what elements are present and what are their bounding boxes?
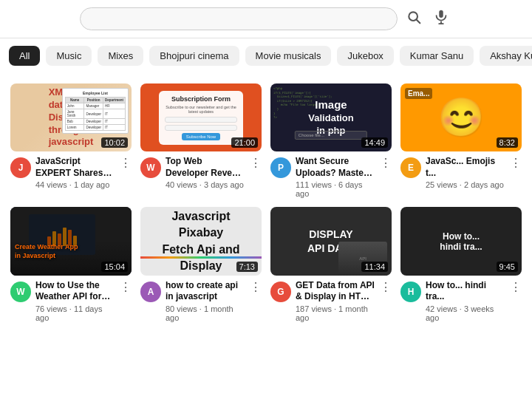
- header: [0, 0, 532, 38]
- api-fetch-line: [140, 256, 262, 259]
- emoji-label: Ema...: [405, 88, 432, 99]
- duration-badge-v1: 10:02: [101, 137, 128, 148]
- video-meta-v5: How to Use the Weather API for Beginners…: [35, 280, 115, 322]
- video-avatar-v8: H: [400, 282, 421, 302]
- thumbnail-v1: XMLdataDisplaythroughjavascript Employee…: [10, 83, 132, 151]
- video-title-v1: JavaScript EXPERT Shares Top XML Data Di…: [35, 156, 115, 179]
- category-pill-bhojpuri[interactable]: Bhojpuri cinema: [149, 46, 239, 66]
- video-meta-v2: Top Web Developer Reveals Best Subscript…: [166, 156, 245, 189]
- more-options-button-v5[interactable]: ⋮: [120, 282, 132, 293]
- video-card-v7[interactable]: DisplayAPI Data API 11:34GGET Data from …: [266, 202, 396, 326]
- duration-badge-v5: 15:04: [101, 262, 128, 272]
- video-info-v8: HHow to... hindi tra...42 views · 3 week…: [400, 280, 522, 322]
- video-card-v8[interactable]: How to...hindi tra...9:45HHow to... hind…: [396, 202, 526, 326]
- video-meta-v3: Want Secure Uploads? Master PHP Image an…: [296, 156, 375, 198]
- xml-table: Employee List NamePositionDepartment Joh…: [62, 88, 129, 134]
- video-grid: XMLdataDisplaythroughjavascript Employee…: [0, 73, 532, 332]
- video-info-v4: EJavaSc... Emojis t...25 views · 2 days …: [400, 156, 522, 189]
- more-options-button-v8[interactable]: ⋮: [510, 282, 522, 293]
- video-card-v6[interactable]: Javascript PixabayFetch Api and Display …: [136, 202, 266, 326]
- duration-badge-v6: 7:13: [236, 262, 258, 272]
- duration-badge-v4: 8:32: [497, 137, 518, 148]
- video-meta-v8: How to... hindi tra...42 views · 3 weeks…: [426, 280, 505, 322]
- video-info-v6: Ahow to create api in javascript80 views…: [140, 280, 262, 322]
- video-stats-v2: 40 views · 3 days ago: [166, 180, 245, 189]
- video-title-v5: How to Use the Weather API for Beginners…: [35, 280, 115, 303]
- video-avatar-v6: A: [140, 282, 161, 302]
- more-options-button-v1[interactable]: ⋮: [120, 157, 132, 169]
- video-stats-v7: 187 views · 1 month ago: [296, 304, 375, 322]
- video-info-v3: PWant Secure Uploads? Master PHP Image a…: [270, 156, 392, 198]
- php-input-mock: Choose file...: [295, 131, 367, 140]
- video-avatar-v3: P: [270, 157, 291, 178]
- more-options-button-v6[interactable]: ⋮: [250, 282, 262, 293]
- video-card-v3[interactable]: <?php if($_FILES['image']){ $size=$_FILE…: [266, 79, 396, 202]
- video-meta-v6: how to create api in javascript80 views …: [166, 280, 245, 322]
- duration-badge-v3: 14:49: [361, 137, 388, 148]
- thumbnail-v7: DisplayAPI Data API 11:34: [270, 207, 392, 275]
- category-bar: AllMusicMixesBhojpuri cinemaMovie musica…: [0, 38, 532, 73]
- video-avatar-v7: G: [270, 282, 291, 302]
- video-info-v7: GGET Data from API & Display in HTML wit…: [270, 280, 392, 322]
- more-options-button-v3[interactable]: ⋮: [380, 157, 392, 169]
- video-meta-v1: JavaScript EXPERT Shares Top XML Data Di…: [35, 156, 115, 189]
- video-title-v4: JavaSc... Emojis t...: [426, 156, 505, 179]
- thumbnail-v6: Javascript PixabayFetch Api and Display …: [140, 207, 262, 275]
- category-pill-movie-musicals[interactable]: Movie musicals: [245, 46, 332, 66]
- category-pill-kumar-sanu[interactable]: Kumar Sanu: [400, 46, 474, 66]
- thumbnail-v4: 😊 Ema...8:32: [400, 83, 522, 151]
- search-input[interactable]: [91, 13, 386, 25]
- duration-badge-v8: 9:45: [497, 262, 518, 272]
- video-stats-v1: 44 views · 1 day ago: [35, 180, 115, 189]
- video-stats-v6: 80 views · 1 month ago: [166, 304, 245, 322]
- video-title-v2: Top Web Developer Reveals Best Subscript…: [166, 156, 245, 179]
- thumbnail-v8: How to...hindi tra...9:45: [400, 207, 522, 275]
- weather-text: Create Weather Appin Javascript: [15, 243, 78, 260]
- video-title-v8: How to... hindi tra...: [426, 280, 505, 303]
- more-options-button-v7[interactable]: ⋮: [380, 282, 392, 293]
- video-avatar-v2: W: [140, 157, 161, 178]
- search-button[interactable]: [403, 7, 424, 31]
- duration-badge-v2: 21:00: [231, 137, 258, 148]
- video-avatar-v1: J: [10, 157, 31, 178]
- svg-line-1: [417, 20, 420, 24]
- video-avatar-v4: E: [400, 157, 421, 178]
- category-pill-akshay-kumar[interactable]: Akshay Kumar: [480, 46, 532, 66]
- video-meta-v7: GET Data from API & Display in HTML with…: [296, 280, 375, 322]
- duration-badge-v7: 11:34: [361, 262, 388, 272]
- video-stats-v8: 42 views · 3 weeks ago: [426, 304, 505, 322]
- video-card-v1[interactable]: XMLdataDisplaythroughjavascript Employee…: [6, 79, 136, 202]
- video-card-v4[interactable]: 😊 Ema...8:32EJavaSc... Emojis t...25 vie…: [396, 79, 526, 202]
- video-title-v7: GET Data from API & Display in HTML with…: [296, 280, 375, 303]
- video-info-v5: WHow to Use the Weather API for Beginner…: [10, 280, 132, 322]
- video-avatar-v5: W: [10, 282, 31, 302]
- video-title-v6: how to create api in javascript: [166, 280, 245, 303]
- more-options-button-v4[interactable]: ⋮: [510, 157, 522, 169]
- video-stats-v4: 25 views · 2 days ago: [426, 180, 505, 189]
- search-bar: [80, 7, 398, 30]
- microphone-button[interactable]: [430, 6, 452, 32]
- video-title-v3: Want Secure Uploads? Master PHP Image an…: [296, 156, 375, 179]
- sub-form: Subscription Form Subscribe to our newsl…: [159, 91, 244, 145]
- video-card-v2[interactable]: Subscription Form Subscribe to our newsl…: [136, 79, 266, 202]
- thumbnail-v5: Create Weather Appin Javascript15:04: [10, 207, 132, 275]
- video-meta-v4: JavaSc... Emojis t...25 views · 2 days a…: [426, 156, 505, 189]
- search-icon: [406, 10, 421, 24]
- category-pill-jukebox[interactable]: Jukebox: [337, 46, 393, 66]
- category-pill-mixes[interactable]: Mixes: [98, 46, 143, 66]
- category-pill-music[interactable]: Music: [46, 46, 92, 66]
- video-stats-v3: 111 views · 6 days ago: [296, 180, 375, 198]
- video-info-v2: WTop Web Developer Reveals Best Subscrip…: [140, 156, 262, 189]
- video-stats-v5: 76 views · 11 days ago: [35, 304, 115, 322]
- video-card-v5[interactable]: Create Weather Appin Javascript15:04WHow…: [6, 202, 136, 326]
- category-pill-all[interactable]: All: [9, 46, 40, 66]
- thumbnail-v2: Subscription Form Subscribe to our newsl…: [140, 83, 262, 151]
- more-options-button-v2[interactable]: ⋮: [250, 157, 262, 169]
- thumbnail-v3: <?php if($_FILES['image']){ $size=$_FILE…: [270, 83, 392, 151]
- microphone-icon: [433, 9, 449, 25]
- svg-rect-2: [439, 10, 443, 18]
- video-info-v1: JJavaScript EXPERT Shares Top XML Data D…: [10, 156, 132, 189]
